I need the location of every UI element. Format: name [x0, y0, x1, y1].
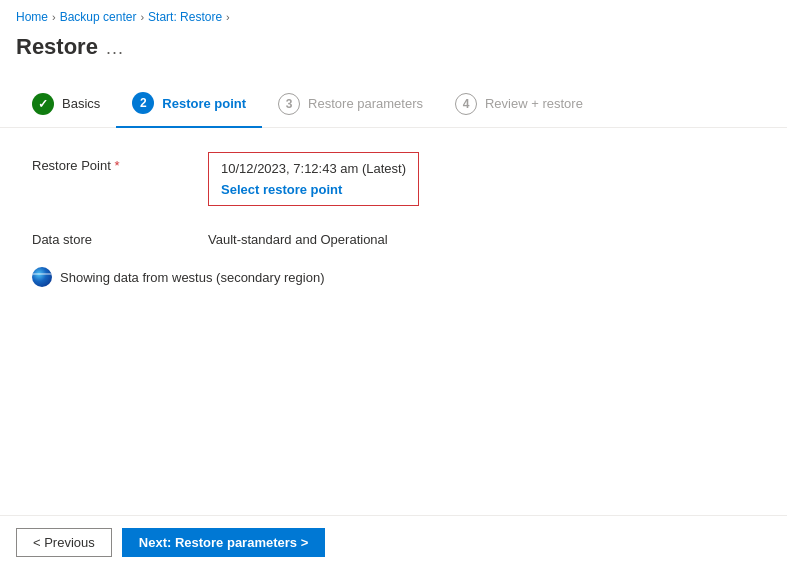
breadcrumb-start-restore[interactable]: Start: Restore	[148, 10, 222, 24]
step-review-restore-label: Review + restore	[485, 96, 583, 111]
breadcrumb-sep-2: ›	[140, 11, 144, 23]
required-asterisk: *	[111, 158, 120, 173]
step-restore-point-circle: 2	[132, 92, 154, 114]
breadcrumb-sep-1: ›	[52, 11, 56, 23]
step-basics-label: Basics	[62, 96, 100, 111]
restore-point-row: Restore Point * 10/12/2023, 7:12:43 am (…	[32, 152, 755, 206]
step-restore-parameters[interactable]: 3 Restore parameters	[262, 85, 439, 127]
breadcrumb: Home › Backup center › Start: Restore ›	[0, 0, 787, 30]
main-content: Restore Point * 10/12/2023, 7:12:43 am (…	[0, 128, 787, 311]
next-button[interactable]: Next: Restore parameters >	[122, 528, 325, 557]
step-restore-parameters-circle: 3	[278, 93, 300, 115]
restore-point-value: 10/12/2023, 7:12:43 am (Latest)	[221, 161, 406, 176]
step-basics-circle: ✓	[32, 93, 54, 115]
globe-icon	[32, 267, 52, 287]
restore-point-label: Restore Point *	[32, 152, 192, 173]
step-restore-parameters-label: Restore parameters	[308, 96, 423, 111]
restore-point-input-area: 10/12/2023, 7:12:43 am (Latest) Select r…	[208, 152, 419, 206]
info-text: Showing data from westus (secondary regi…	[60, 270, 324, 285]
step-basics[interactable]: ✓ Basics	[16, 85, 116, 127]
breadcrumb-sep-3: ›	[226, 11, 230, 23]
breadcrumb-backup-center[interactable]: Backup center	[60, 10, 137, 24]
previous-button[interactable]: < Previous	[16, 528, 112, 557]
step-review-restore[interactable]: 4 Review + restore	[439, 85, 599, 127]
data-store-row: Data store Vault-standard and Operationa…	[32, 226, 755, 247]
steps-bar: ✓ Basics 2 Restore point 3 Restore param…	[0, 76, 787, 128]
step-review-restore-circle: 4	[455, 93, 477, 115]
info-row: Showing data from westus (secondary regi…	[32, 267, 755, 287]
step-restore-point[interactable]: 2 Restore point	[116, 84, 262, 128]
footer: < Previous Next: Restore parameters >	[0, 515, 787, 569]
page-title: Restore	[16, 34, 98, 60]
data-store-label: Data store	[32, 226, 192, 247]
restore-point-box: 10/12/2023, 7:12:43 am (Latest) Select r…	[208, 152, 419, 206]
step-restore-point-label: Restore point	[162, 96, 246, 111]
breadcrumb-home[interactable]: Home	[16, 10, 48, 24]
page-title-row: Restore ...	[0, 30, 787, 76]
ellipsis-menu-button[interactable]: ...	[106, 38, 124, 59]
select-restore-point-link[interactable]: Select restore point	[221, 182, 342, 197]
data-store-value: Vault-standard and Operational	[208, 226, 755, 247]
